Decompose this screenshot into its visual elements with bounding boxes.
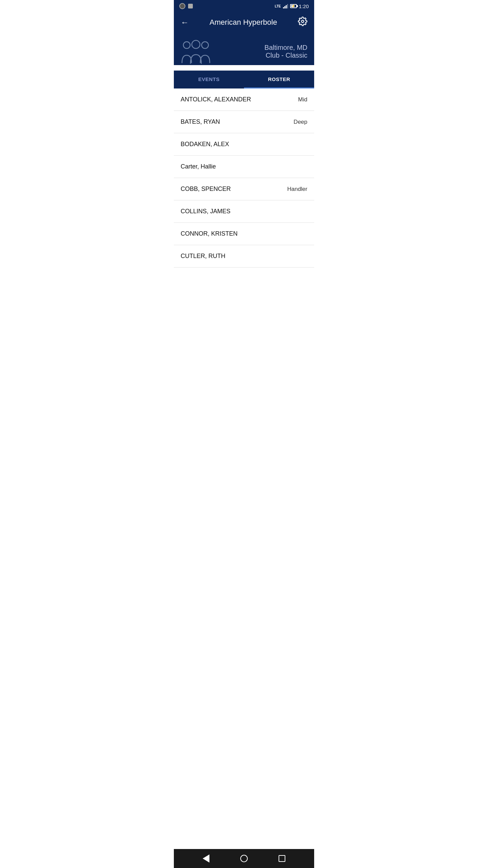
player-name: CONNOR, KRISTEN [181,230,238,237]
status-time: 1:20 [299,3,309,9]
signal-bars [283,4,288,8]
nav-back-button[interactable] [200,852,212,865]
status-bar-left [179,3,193,9]
roster-list: ANTOLICK, ALEXANDERMidBATES, RYANDeepBOD… [174,88,314,849]
svg-point-2 [192,40,200,48]
nav-home-button[interactable] [238,852,250,865]
player-name: COLLINS, JAMES [181,208,230,215]
player-name: COBB, SPENCER [181,185,231,193]
gear-icon [298,17,307,28]
back-icon: ← [181,18,189,27]
svg-point-1 [183,42,190,48]
player-name: Carter, Hallie [181,163,216,170]
roster-item[interactable]: COLLINS, JAMES [174,200,314,223]
svg-point-0 [302,20,304,22]
player-name: BODAKEN, ALEX [181,141,229,148]
team-info: Baltimore, MD Club - Classic [264,44,307,59]
roster-item[interactable]: CUTLER, RUTH [174,245,314,268]
home-nav-icon [240,855,248,862]
roster-item[interactable]: Carter, Hallie [174,156,314,178]
nav-recent-button[interactable] [276,852,288,865]
tab-roster[interactable]: ROSTER [244,71,314,88]
tab-events[interactable]: EVENTS [174,71,244,88]
tabs: EVENTS ROSTER [174,71,314,88]
roster-item[interactable]: ANTOLICK, ALEXANDERMid [174,88,314,111]
bolt-icon: ⚡ [291,4,295,8]
team-location: Baltimore, MD [264,44,307,52]
player-position: Handler [287,186,307,193]
lte-badge: LTE [275,4,281,8]
team-category: Club - Classic [264,52,307,59]
player-position: Deep [293,119,307,125]
team-header: Baltimore, MD Club - Classic [174,33,314,65]
player-name: BATES, RYAN [181,118,220,125]
app-bar: ← American Hyperbole [174,12,314,33]
circle-status-icon [179,3,185,9]
signal-bar-4 [287,4,288,8]
svg-point-3 [202,42,208,48]
recent-nav-icon [279,855,285,862]
status-bar: LTE ⚡ 1:20 [174,0,314,12]
roster-item[interactable]: COBB, SPENCERHandler [174,178,314,200]
signal-bar-3 [286,5,287,8]
back-nav-icon [203,854,209,863]
bottom-nav [174,849,314,868]
player-name: CUTLER, RUTH [181,253,225,260]
battery-icon: ⚡ [290,4,297,8]
roster-item[interactable]: CONNOR, KRISTEN [174,223,314,245]
roster-item[interactable]: BATES, RYANDeep [174,111,314,133]
signal-bar-1 [283,7,284,8]
sim-icon [188,4,193,8]
back-button[interactable]: ← [179,16,190,28]
roster-item[interactable]: BODAKEN, ALEX [174,133,314,156]
app-title: American Hyperbole [209,18,277,27]
team-icon [181,38,211,65]
signal-bar-2 [284,6,285,8]
settings-button[interactable] [297,15,309,30]
player-position: Mid [298,96,307,103]
player-name: ANTOLICK, ALEXANDER [181,96,251,103]
status-bar-right: LTE ⚡ 1:20 [275,3,309,9]
